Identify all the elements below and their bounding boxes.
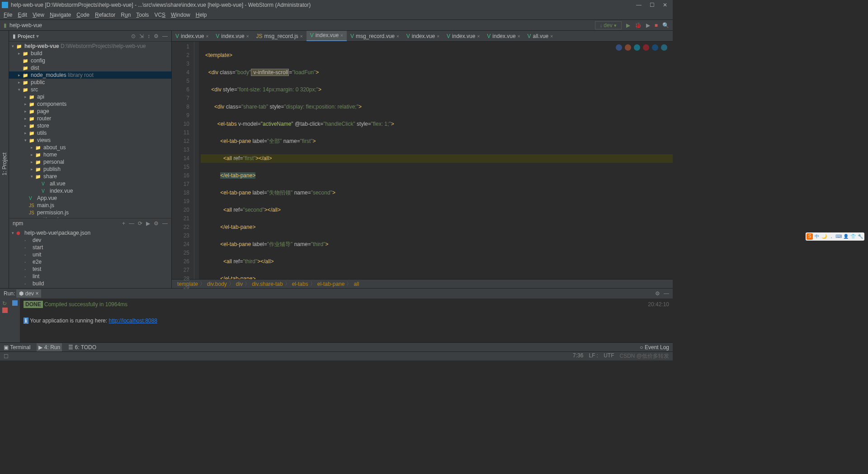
tree-item-config[interactable]: 📁config	[9, 57, 171, 64]
tab-run[interactable]: ▶ 4: Run	[37, 343, 62, 351]
minimize-button[interactable]: —	[636, 2, 642, 8]
menu-help[interactable]: Help	[196, 12, 207, 18]
breadcrumb-item[interactable]: div.share-tab	[252, 281, 283, 287]
chrome-icon[interactable]	[616, 44, 622, 51]
tree-item-about_us[interactable]: ▸📁about_us	[9, 144, 171, 151]
wrap-icon[interactable]	[12, 308, 18, 313]
hide-icon[interactable]: —	[162, 33, 168, 39]
search-everywhere-icon[interactable]: 🔍	[662, 22, 669, 28]
menu-edit[interactable]: Edit	[18, 12, 27, 18]
menu-file[interactable]: File	[4, 12, 12, 18]
npm-script-lint[interactable]: ◦lint	[9, 273, 171, 280]
tree-item-components[interactable]: ▸📁components	[9, 100, 171, 108]
menu-navigate[interactable]: Navigate	[50, 12, 71, 18]
menu-view[interactable]: View	[33, 12, 44, 18]
tool-tab-favorites[interactable]: 2: Favorites	[0, 148, 0, 288]
tree-item-personal[interactable]: ▸📁personal	[9, 158, 171, 166]
scroll-icon[interactable]	[12, 300, 18, 306]
menu-window[interactable]: Window	[171, 12, 190, 18]
run-output[interactable]: DONE Compiled successfully in 10964ms20:…	[20, 299, 673, 342]
tree-item-build[interactable]: ▸📁build	[9, 50, 171, 57]
tool-tab-project[interactable]: 1: Project	[0, 40, 9, 288]
breadcrumb-item[interactable]: all	[354, 281, 359, 287]
tree-item-publish[interactable]: ▸📁publish	[9, 166, 171, 173]
stop-button[interactable]: ■	[655, 22, 658, 28]
tree-item-src[interactable]: ▾📁src	[9, 86, 171, 93]
tree-item-router[interactable]: ▸📁router	[9, 115, 171, 122]
close-tab-icon[interactable]: ×	[300, 34, 303, 39]
expand-all-icon[interactable]: ⇲	[139, 33, 144, 39]
encoding[interactable]: UTF	[604, 352, 614, 360]
editor-tab[interactable]: Vindex.vue×	[172, 31, 212, 41]
cursor-position[interactable]: 7:36	[573, 352, 583, 360]
edge-icon[interactable]	[652, 44, 658, 51]
tree-root[interactable]: ▾📁 help-web-vue D:\WebstormProjects\help…	[9, 43, 171, 50]
npm-remove-icon[interactable]: —	[129, 220, 134, 227]
menu-run[interactable]: Run	[121, 12, 131, 18]
tree-item-permission.js[interactable]: JSpermission.js	[9, 209, 171, 216]
editor-tab[interactable]: Vindex.vue×	[307, 31, 347, 41]
select-opened-file-icon[interactable]: ⊙	[131, 33, 136, 39]
tree-item-public[interactable]: ▸📁public	[9, 79, 171, 86]
close-tab-icon[interactable]: ×	[340, 33, 343, 38]
editor-tab[interactable]: JSmsg_record.js×	[252, 31, 306, 41]
npm-script-start[interactable]: ◦start	[9, 244, 171, 251]
tree-item-all.vue[interactable]: Vall.vue	[9, 180, 171, 187]
npm-title[interactable]: npm	[13, 220, 23, 227]
status-icon[interactable]: ☐	[4, 353, 9, 360]
collapse-all-icon[interactable]: ↕	[147, 33, 150, 39]
editor-tab[interactable]: Vmsg_record.vue×	[347, 31, 403, 41]
tree-item-store[interactable]: ▸📁store	[9, 122, 171, 129]
safari-icon[interactable]	[634, 44, 640, 51]
tree-item-views[interactable]: ▾📁views	[9, 137, 171, 144]
run-hide-icon[interactable]: —	[664, 290, 669, 297]
npm-hide-icon[interactable]: —	[162, 220, 168, 227]
run-config-tab[interactable]: ⬢ dev ×	[16, 289, 41, 298]
breadcrumb-item[interactable]: el-tabs	[292, 281, 308, 287]
breadcrumb-item[interactable]: div	[236, 281, 243, 287]
tree-item-main.js[interactable]: JSmain.js	[9, 202, 171, 209]
close-tab-icon[interactable]: ×	[206, 34, 208, 39]
tree-item-utils[interactable]: ▸📁utils	[9, 129, 171, 137]
editor-tab[interactable]: Vindex.vue×	[212, 31, 252, 41]
close-button[interactable]: ✕	[663, 2, 667, 8]
project-header-title[interactable]: Project	[18, 33, 34, 39]
npm-settings-icon[interactable]: ⚙	[154, 220, 159, 227]
code-area[interactable]: <template> <div class="body" v-infinite-…	[199, 42, 673, 279]
npm-script-e2e[interactable]: ◦e2e	[9, 258, 171, 265]
editor[interactable]: 1234567891011121314151617181920212223242…	[172, 42, 673, 279]
debug-button[interactable]: 🐞	[635, 22, 642, 28]
menu-refactor[interactable]: Refactor	[95, 12, 115, 18]
close-tab-icon[interactable]: ×	[246, 34, 249, 39]
project-tree[interactable]: ▾📁 help-web-vue D:\WebstormProjects\help…	[9, 42, 171, 218]
tree-item-node_modules[interactable]: ▸📁node_modules library root	[9, 71, 171, 79]
settings-icon[interactable]: ⚙	[154, 33, 159, 39]
run-settings-icon[interactable]: ⚙	[655, 290, 660, 297]
npm-refresh-icon[interactable]: ⟳	[138, 220, 142, 227]
app-url-link[interactable]: http://localhost:8088	[108, 318, 157, 324]
tree-item-App.vue[interactable]: VApp.vue	[9, 194, 171, 202]
line-sep[interactable]: LF :	[589, 352, 598, 360]
run-coverage-button[interactable]: ▶	[646, 22, 650, 28]
tree-item-dist[interactable]: 📁dist	[9, 64, 171, 71]
run-config-selector[interactable]: ↓ dev ▾	[595, 21, 622, 29]
editor-tab[interactable]: Vindex.vue×	[403, 31, 443, 41]
breadcrumb-item[interactable]: div.body	[207, 281, 227, 287]
event-log[interactable]: ○ Event Log	[640, 344, 669, 351]
menu-vcs[interactable]: VCS	[154, 12, 165, 18]
editor-tab[interactable]: Vindex.vue×	[483, 31, 524, 41]
firefox-icon[interactable]	[625, 44, 631, 51]
npm-run-icon[interactable]: ▶	[146, 220, 150, 227]
npm-script-test[interactable]: ◦test	[9, 265, 171, 273]
tab-terminal[interactable]: ▣ Terminal	[4, 344, 30, 351]
tree-item-index.vue[interactable]: Vindex.vue	[9, 187, 171, 194]
breadcrumb-root[interactable]: help-web-vue	[9, 22, 42, 28]
menu-code[interactable]: Code	[76, 12, 90, 18]
close-tab-icon[interactable]: ×	[477, 34, 480, 39]
close-tab-icon[interactable]: ×	[518, 34, 520, 39]
breadcrumb-item[interactable]: el-tab-pane	[317, 281, 345, 287]
stop-run-icon[interactable]	[2, 308, 8, 313]
tab-todo[interactable]: ☰ 6: TODO	[68, 344, 96, 351]
maximize-button[interactable]: ☐	[650, 2, 655, 8]
npm-script-dev[interactable]: ◦dev	[9, 237, 171, 244]
